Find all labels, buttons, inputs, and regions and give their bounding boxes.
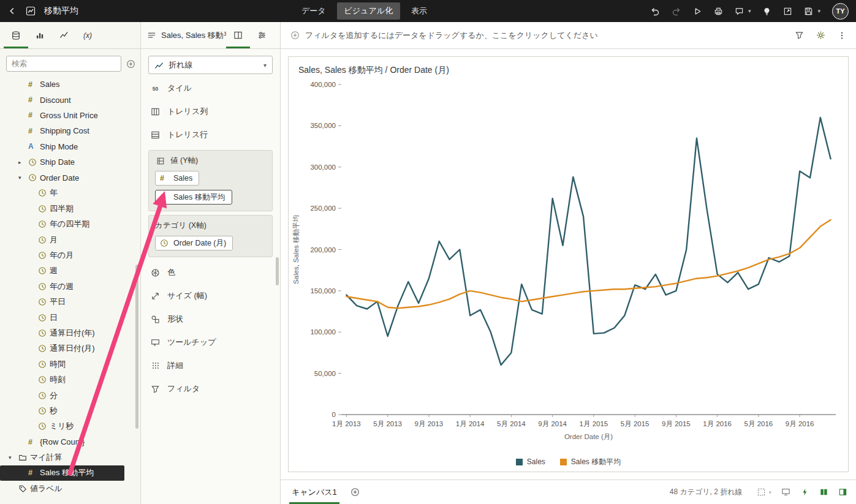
field-item[interactable]: 年 <box>0 186 140 201</box>
field-label: 通算日付(月) <box>50 343 97 354</box>
collapse-arrow-icon[interactable]: ▾ <box>9 454 18 461</box>
functions-tab-icon[interactable]: (x) <box>76 22 99 48</box>
data-panel-scrollbar[interactable] <box>135 265 138 429</box>
field-item[interactable]: #Sales <box>0 77 140 92</box>
collapse-arrow-icon[interactable]: ▾ <box>18 175 28 181</box>
chart-type-value: 折れ線 <box>169 59 192 70</box>
more-options-icon[interactable] <box>838 31 846 40</box>
topbar-tab[interactable]: データ <box>294 2 333 20</box>
insights-icon[interactable] <box>762 7 771 16</box>
back-icon[interactable] <box>7 6 17 16</box>
slot-size[interactable]: サイズ (幅) <box>141 284 280 307</box>
field-item[interactable]: 四半期 <box>0 201 140 216</box>
grammar-scrollbar[interactable] <box>276 257 279 285</box>
slot-trellis-cols[interactable]: トレリス列 <box>141 100 280 123</box>
present-icon[interactable] <box>783 7 792 16</box>
add-dataset-button[interactable] <box>126 59 135 69</box>
legend-item[interactable]: Sales <box>516 457 545 466</box>
field-item[interactable]: #Shipping Cost <box>0 123 140 138</box>
field-item[interactable]: 時刻 <box>0 372 140 387</box>
search-box[interactable] <box>6 56 121 72</box>
field-item[interactable]: 値ラベル <box>0 481 140 496</box>
field-chip[interactable]: Order Date (月) <box>155 236 233 250</box>
visualization-card[interactable]: Sales, Sales 移動平均 / Order Date (月) 050,0… <box>288 56 849 472</box>
topbar-tab[interactable]: 表示 <box>404 2 434 20</box>
add-canvas-icon[interactable] <box>350 487 360 497</box>
field-label: 月 <box>50 235 60 246</box>
export-icon[interactable] <box>714 7 723 16</box>
field-chip[interactable]: #Sales 移動平均 <box>155 190 232 205</box>
field-item[interactable]: #Discount <box>0 92 140 107</box>
field-item[interactable]: ミリ秒 <box>0 419 140 434</box>
field-item[interactable]: 週 <box>0 263 140 279</box>
toggle-right-panel-icon[interactable] <box>838 487 847 497</box>
user-avatar[interactable]: TY <box>832 3 849 20</box>
gear-icon[interactable] <box>816 31 825 40</box>
field-chip[interactable]: #Sales <box>155 171 199 186</box>
field-item[interactable]: 月 <box>0 232 140 247</box>
slot-label: ツールチップ <box>167 337 216 348</box>
legend-item[interactable]: Sales 移動平均 <box>560 457 621 467</box>
analytics-tab-icon[interactable] <box>52 22 76 48</box>
slot-filter[interactable]: フィルタ <box>141 377 280 401</box>
expand-arrow-icon[interactable]: ▸ <box>18 159 28 165</box>
measure-icon: # <box>28 111 40 119</box>
add-filter-icon[interactable] <box>290 31 300 40</box>
field-item[interactable]: 年の四半期 <box>0 217 140 232</box>
field-item[interactable]: 分 <box>0 388 140 403</box>
legend-label: Sales 移動平均 <box>571 457 621 467</box>
chart-legend: SalesSales 移動平均 <box>289 452 848 472</box>
field-item[interactable]: 時間 <box>0 356 140 372</box>
field-item[interactable]: 年の月 <box>0 247 140 263</box>
save-menu-chevron-icon[interactable]: ▾ <box>817 8 820 14</box>
topbar-tab[interactable]: ビジュアル化 <box>337 2 401 20</box>
slot-label: タイル <box>167 83 192 94</box>
chart-type-select[interactable]: 折れ線 ▾ <box>148 56 273 74</box>
slot-trellis-rows[interactable]: トレリス行 <box>141 123 280 146</box>
workbook-title: 移動平均 <box>44 6 78 17</box>
field-item[interactable]: #{Row Count} <box>0 434 140 449</box>
save-icon[interactable] <box>804 7 813 16</box>
undo-icon[interactable] <box>650 6 660 16</box>
field-item[interactable]: 年の週 <box>0 279 140 294</box>
slot-detail[interactable]: 詳細 <box>141 354 280 377</box>
field-item[interactable]: #Gross Unit Price <box>0 108 140 123</box>
field-item[interactable]: 秒 <box>0 403 140 418</box>
visualizations-tab-icon[interactable] <box>28 22 52 48</box>
category-axis-section[interactable]: カテゴリ (X軸) Order Date (月) <box>148 215 273 257</box>
refresh-data-icon[interactable] <box>693 7 702 16</box>
canvas-tab[interactable]: キャンバス1 <box>289 480 339 504</box>
field-item[interactable]: 日 <box>0 310 140 325</box>
presentation-icon[interactable] <box>781 487 790 497</box>
filter-bar[interactable]: フィルタを追加するにはデータをドラッグするか、ここをクリックしてください <box>281 22 856 49</box>
auto-insights-icon[interactable] <box>800 487 809 497</box>
value-axis-section[interactable]: 値 (Y軸) #Sales#Sales 移動平均 <box>148 150 273 211</box>
chart-plot[interactable]: 050,000100,000150,000200,000250,000300,0… <box>289 76 848 452</box>
field-label: Ship Date <box>40 157 77 167</box>
slot-color[interactable]: 色 <box>141 261 280 284</box>
slot-tile[interactable]: 50タイル <box>141 77 280 100</box>
field-item[interactable]: ▾Order Date <box>0 170 140 185</box>
grammar-settings-icon[interactable] <box>250 22 274 48</box>
field-label: 時刻 <box>50 374 68 385</box>
field-item[interactable]: 平日 <box>0 294 140 309</box>
field-item[interactable]: 通算日付(年) <box>0 325 140 340</box>
data-tab-icon[interactable] <box>4 22 28 48</box>
field-item[interactable]: AShip Mode <box>0 139 140 154</box>
slot-tooltip[interactable]: ツールチップ <box>141 331 280 354</box>
canvas-layout-chevron-icon[interactable]: ▾ <box>768 489 771 495</box>
comment-icon[interactable] <box>735 7 744 16</box>
data-panel: (x) #Sales#Discount#Gross Unit Price#Shi… <box>0 22 141 504</box>
slot-shape[interactable]: 形状 <box>141 307 280 331</box>
search-input[interactable] <box>12 59 116 68</box>
filter-limit-icon[interactable] <box>795 31 804 40</box>
toggle-left-panel-icon[interactable] <box>819 487 828 497</box>
canvas-layout-icon[interactable] <box>757 487 766 497</box>
dataset-list-icon[interactable] <box>147 31 156 40</box>
field-item[interactable]: ▾マイ計算 <box>0 449 140 465</box>
field-item[interactable]: ▸Ship Date <box>0 154 140 170</box>
comment-menu-chevron-icon[interactable]: ▾ <box>748 8 751 14</box>
field-item[interactable]: 通算日付(月) <box>0 341 140 356</box>
grammar-view-icon[interactable] <box>226 22 250 48</box>
field-item[interactable]: #Sales 移動平均 <box>0 465 124 481</box>
